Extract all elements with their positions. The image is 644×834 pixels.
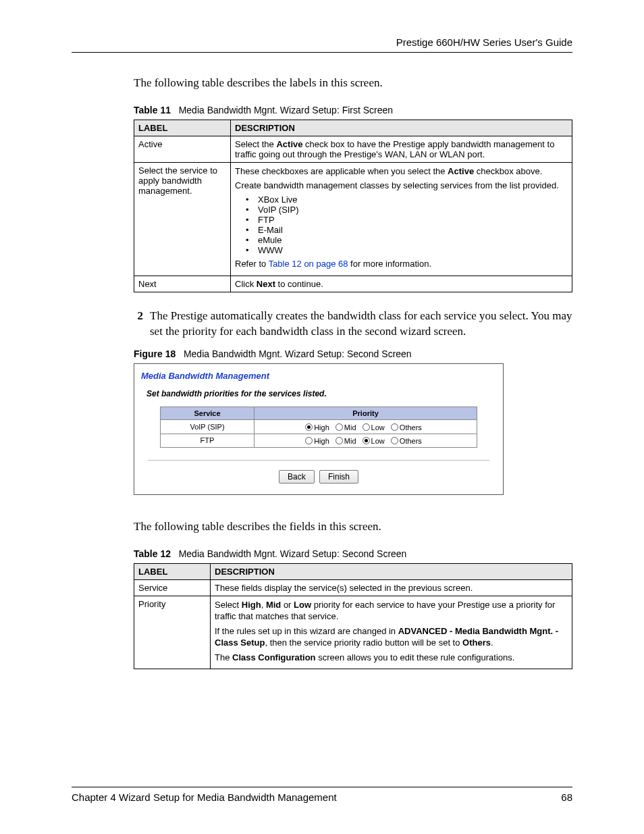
table-11-head-desc: DESCRIPTION [231, 120, 572, 136]
table-row: Priority Select High, Mid or Low priorit… [134, 596, 572, 669]
list-item: FTP [246, 215, 568, 225]
table-row: Next Click Next to continue. [134, 276, 572, 292]
list-item: WWW [246, 245, 568, 255]
radio-high[interactable] [305, 423, 313, 431]
radio-mid[interactable] [336, 423, 343, 431]
running-header: Prestige 660H/HW Series User's Guide [72, 36, 572, 52]
figure-18-caption-title: Media Bandwidth Mgnt. Wizard Setup: Seco… [184, 348, 412, 359]
figure-18-caption: Figure 18 Media Bandwidth Mgnt. Wizard S… [134, 348, 572, 359]
priority-row: FTP High Mid Low Others [161, 434, 477, 447]
priority-head-priority: Priority [254, 407, 477, 420]
list-item: E-Mail [246, 225, 568, 235]
finish-button[interactable]: Finish [319, 470, 358, 484]
cell-label: Active [134, 136, 231, 162]
figure-18-caption-number: Figure 18 [134, 348, 176, 359]
table-row: Active Select the Active check box to ha… [134, 136, 572, 162]
priority-service: VoIP (SIP) [161, 420, 254, 434]
radio-others[interactable] [391, 423, 398, 431]
cell-label: Priority [134, 596, 211, 669]
cell-desc: These checkboxes are applicable when you… [231, 162, 572, 276]
priority-service: FTP [161, 434, 254, 447]
intro-paragraph-2: The following table describes the fields… [134, 519, 572, 535]
table-11-head-label: LABEL [134, 120, 231, 136]
step-2: 2 The Prestige automatically creates the… [134, 309, 572, 340]
step-text: The Prestige automatically creates the b… [150, 309, 572, 340]
footer-page-number: 68 [561, 791, 572, 803]
list-item: VoIP (SIP) [246, 205, 568, 215]
service-list: XBox Live VoIP (SIP) FTP E-Mail eMule WW… [235, 194, 568, 255]
table-12-caption: Table 12 Media Bandwidth Mgnt. Wizard Se… [134, 548, 572, 559]
cell-desc: Click Next to continue. [231, 276, 572, 292]
cell-desc: Select the Active check box to have the … [231, 136, 572, 162]
footer-rule [72, 787, 572, 787]
list-item: eMule [246, 235, 568, 245]
cross-reference-link[interactable]: Table 12 on page 68 [269, 259, 348, 269]
priority-head-service: Service [161, 407, 254, 420]
table-11-caption-number: Table 11 [134, 105, 171, 115]
list-item: XBox Live [246, 194, 568, 205]
radio-high[interactable] [305, 437, 313, 444]
table-12: LABEL DESCRIPTION Service These fields d… [134, 563, 572, 670]
intro-paragraph-1: The following table describes the labels… [134, 76, 572, 91]
header-rule [72, 52, 572, 53]
back-button[interactable]: Back [279, 470, 315, 484]
radio-others[interactable] [391, 437, 398, 444]
figure-18-screenshot: Media Bandwidth Management Set bandwidth… [134, 363, 504, 494]
table-row: Select the service to apply bandwidth ma… [134, 162, 572, 276]
table-11: LABEL DESCRIPTION Active Select the Acti… [134, 120, 572, 292]
radio-mid[interactable] [336, 437, 343, 444]
divider [148, 460, 489, 461]
table-12-head-label: LABEL [134, 563, 211, 579]
step-number: 2 [134, 309, 143, 340]
priority-options: High Mid Low Others [254, 420, 477, 434]
wizard-subtitle: Set bandwidth priorities for the service… [146, 389, 496, 398]
table-12-caption-title: Media Bandwidth Mgnt. Wizard Setup: Seco… [179, 548, 407, 559]
priority-row: VoIP (SIP) High Mid Low Others [161, 420, 477, 434]
radio-low[interactable] [363, 437, 370, 444]
table-12-head-desc: DESCRIPTION [211, 563, 572, 579]
table-11-caption-title: Media Bandwidth Mgnt. Wizard Setup: Firs… [179, 105, 393, 115]
table-12-caption-number: Table 12 [134, 548, 171, 559]
cell-desc: These fields display the service(s) sele… [211, 579, 572, 596]
wizard-title: Media Bandwidth Management [141, 371, 496, 381]
radio-low[interactable] [363, 423, 370, 431]
footer-chapter: Chapter 4 Wizard Setup for Media Bandwid… [72, 791, 337, 803]
priority-options: High Mid Low Others [254, 434, 477, 447]
table-11-caption: Table 11 Media Bandwidth Mgnt. Wizard Se… [134, 105, 572, 115]
cell-desc: Select High, Mid or Low priority for eac… [211, 596, 572, 669]
table-row: Service These fields display the service… [134, 579, 572, 596]
cell-label: Service [134, 579, 211, 596]
cell-label: Next [134, 276, 231, 292]
priority-table: Service Priority VoIP (SIP) High Mid Low… [160, 407, 477, 447]
cell-label: Select the service to apply bandwidth ma… [134, 162, 231, 276]
